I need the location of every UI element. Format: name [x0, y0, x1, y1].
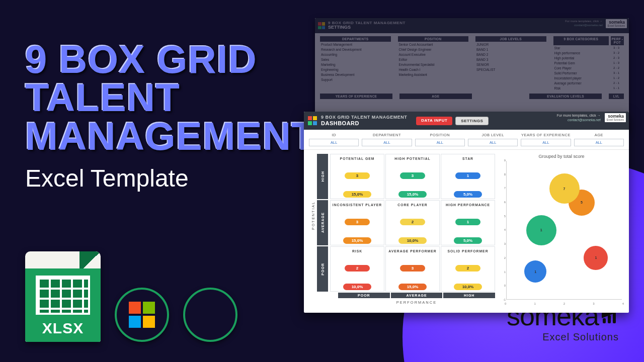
filter-years-of-experience[interactable]: YEARS OF EXPERIENCEALL [521, 133, 571, 146]
footer-exp: YEARS OF EXPERIENCE [320, 94, 392, 99]
settings-contact: contact@someka.net [574, 24, 602, 27]
list-item: Senior Cost Accountant [398, 42, 469, 47]
settings-page-title: SETTINGS [328, 25, 406, 30]
performance-band: HIGH [443, 293, 495, 298]
performance-band: POOR [338, 293, 390, 298]
chart-bubble: 7 [549, 173, 580, 204]
grid-cell[interactable]: POTENTIAL GEM315,0% [330, 154, 384, 199]
headline-main: 9 BOX GRID TALENT MANAGEMENT [25, 40, 307, 155]
grid-cell[interactable]: STAR15,0% [441, 154, 495, 199]
list-item: Product Management [320, 42, 391, 47]
grid-cell[interactable]: INCONSISTENT PLAYER315,0% [330, 200, 384, 245]
filter-position[interactable]: POSITIONALL [415, 133, 465, 146]
dashboard-panel-screenshot: 9 BOX GRID TALENT MANAGEMENT DASHBOARD D… [304, 112, 629, 313]
list-item: Marketing [320, 62, 391, 67]
apple-badge [183, 288, 237, 342]
app-logo-icon [308, 116, 317, 125]
list-item: SPECIALIST [475, 67, 546, 72]
chart-bubble: 1 [526, 215, 556, 245]
xlsx-file-icon: XLSX [25, 251, 101, 342]
headline-sub: Excel Template [25, 164, 307, 192]
list-item: High potential2 - 3 [553, 55, 624, 60]
potential-band: HIGH [317, 154, 328, 199]
performance-band: AVERAGE [391, 293, 443, 298]
list-item: Sales [320, 57, 391, 62]
list-item: Marketing Assistant [398, 72, 469, 77]
grid-cell[interactable]: AVERAGE PERFORMER315,0% [385, 246, 440, 292]
list-item: Engineering [320, 67, 391, 72]
list-item: Account Executive [398, 52, 469, 57]
grid-cell[interactable]: HIGH POTENTIAL315,0% [385, 154, 440, 199]
col-categories: 9 BOX CATEGORIES PERF - POT Star3 - 3Hig… [553, 36, 624, 90]
list-item: Average performer2 - 1 [553, 80, 624, 85]
dash-page-title: DASHBOARD [321, 120, 407, 126]
footer-lvl: LVL [609, 94, 624, 99]
grid-cell[interactable]: HIGH PERFORMANCE15,0% [441, 200, 495, 245]
filter-job-level[interactable]: JOB LEVELALL [468, 133, 518, 146]
performance-axis-label: PERFORMANCE [338, 300, 495, 305]
col-joblevels: JOB LEVELS JUNIORBAND 1BAND 2BAND 3SENIO… [475, 36, 546, 90]
list-item: Research and Development [320, 47, 391, 52]
headline-block: 9 BOX GRID TALENT MANAGEMENT Excel Templ… [25, 40, 307, 192]
headline-line2: TALENT [25, 75, 180, 120]
grid-cell[interactable]: SOLID PERFORMER210,0% [441, 246, 495, 292]
list-item: JUNIOR [475, 42, 546, 47]
list-item: BAND 1 [475, 47, 546, 52]
grid-cell[interactable]: RISK210,0% [330, 246, 384, 292]
windows-icon [129, 302, 155, 328]
col-departments: DEPARTMENTS Product ManagementResearch a… [320, 36, 391, 90]
list-item: Environmental Specialist [398, 62, 469, 67]
list-item: Accounting [320, 52, 391, 57]
chart-bubble: 1 [524, 260, 546, 283]
list-item: Business Development [320, 72, 391, 77]
list-item: Inconsistent player1 - 2 [553, 75, 624, 80]
someka-logo-mini: someka Excel Solutions [606, 19, 627, 28]
potential-band: POOR [317, 246, 328, 292]
list-item: Potential Gem1 - 3 [553, 60, 624, 65]
filter-id[interactable]: IDALL [309, 133, 359, 146]
list-item: Star3 - 3 [553, 45, 624, 50]
headline-line3: MANAGEMENT [25, 114, 316, 158]
chart-bubble: 1 [584, 246, 608, 270]
dash-more-link[interactable]: For more templates, click → [557, 113, 601, 118]
settings-more-link: For more templates, click → [565, 20, 603, 24]
filter-department[interactable]: DEPARTMENTALL [362, 133, 412, 146]
icon-row: XLSX [25, 251, 237, 342]
filter-age[interactable]: AGEALL [574, 133, 624, 146]
grid-cell[interactable]: CORE PLAYER210,0% [385, 200, 440, 245]
filters-row: IDALLDEPARTMENTALLPOSITIONALLJOB LEVELAL… [304, 130, 629, 150]
data-input-button[interactable]: DATA INPUT [416, 117, 452, 125]
chart-title: Grouped by total score [499, 154, 624, 159]
dash-contact[interactable]: contact@someka.net [568, 118, 601, 122]
col-position: POSITION Senior Cost AccountantChief Des… [398, 36, 469, 90]
potential-axis-label: POTENTIAL [309, 154, 317, 278]
bubble-chart: Grouped by total score 9876543210-1 0123… [499, 154, 624, 305]
someka-logo-mini: someka Excel Solutions [605, 113, 626, 122]
dash-app-title: 9 BOX GRID TALENT MANAGEMENT [321, 115, 407, 120]
list-item: Core Player2 - 2 [553, 65, 624, 70]
list-item: Support [320, 77, 391, 82]
footer-eval: EVALUATION LEVELS [529, 94, 602, 99]
windows-badge [115, 288, 169, 342]
someka-tagline: Excel Solutions [507, 331, 619, 343]
footer-age: AGE [399, 94, 472, 99]
list-item: Health Coach I [398, 67, 469, 72]
app-logo-icon [318, 22, 325, 29]
list-item: High performance3 - 2 [553, 50, 624, 55]
potential-band: AVERAGE [317, 200, 328, 245]
list-item: Editor [398, 57, 469, 62]
list-item: Chief Design Engineer [398, 47, 469, 52]
list-item: Risk1 - 1 [553, 85, 624, 90]
list-item: BAND 2 [475, 52, 546, 57]
xlsx-label: XLSX [42, 320, 84, 337]
list-item: SENIOR [475, 62, 546, 67]
list-item: Solid Performer3 - 1 [553, 70, 624, 75]
headline-line1: 9 BOX GRID [25, 37, 257, 81]
list-item: BAND 3 [475, 57, 546, 62]
settings-button[interactable]: SETTINGS [455, 117, 489, 125]
